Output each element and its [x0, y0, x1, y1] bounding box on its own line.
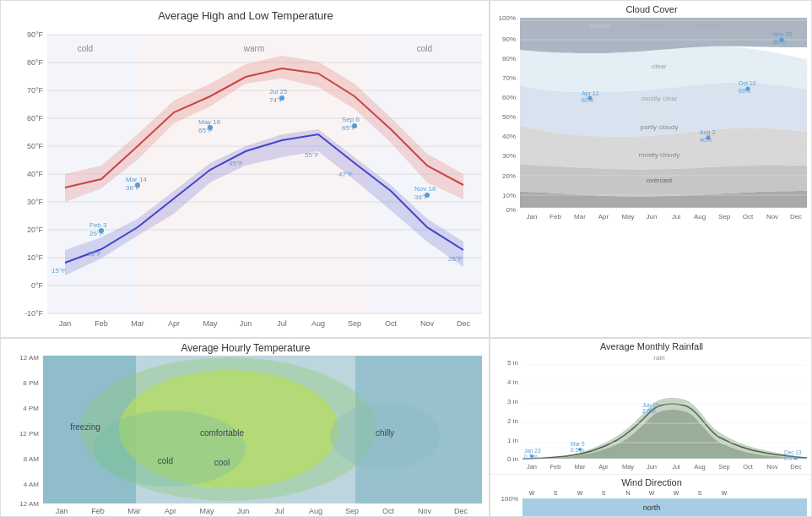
cool-label: cool — [214, 458, 230, 467]
svg-text:74°F: 74°F — [269, 96, 284, 104]
svg-text:0.5 in: 0.5 in — [571, 447, 584, 453]
cold-right-label: cold — [417, 44, 432, 53]
temp-title: Average High and Low Temperature — [158, 9, 333, 22]
svg-text:Feb: Feb — [549, 213, 561, 220]
svg-text:-10°F: -10°F — [24, 309, 44, 318]
svg-text:Feb: Feb — [91, 507, 105, 515]
svg-text:Jan 23: Jan 23 — [524, 448, 541, 454]
svg-text:Sep: Sep — [345, 507, 359, 515]
svg-text:Nov: Nov — [420, 319, 435, 328]
svg-text:mostly clear: mostly clear — [641, 95, 678, 102]
north-band — [522, 498, 807, 517]
svg-text:Jan: Jan — [527, 213, 538, 220]
cloud-chart-panel: Cloud Cover cloudier clearer cloudier cl… — [490, 0, 812, 338]
svg-text:12 AM: 12 AM — [19, 500, 39, 508]
svg-text:N: N — [625, 490, 630, 496]
svg-text:Apr 12: Apr 12 — [582, 90, 599, 97]
temperature-chart: Average High and Low Temperature cold wa… — [1, 1, 490, 338]
svg-text:Apr: Apr — [598, 213, 609, 220]
svg-text:8 AM: 8 AM — [24, 455, 40, 463]
svg-text:rain: rain — [653, 354, 664, 362]
svg-text:Oct: Oct — [385, 319, 398, 328]
svg-text:Jun: Jun — [647, 463, 657, 471]
rainfall-title: Average Monthly Rainfall — [600, 341, 703, 351]
svg-text:Sep: Sep — [718, 463, 729, 471]
svg-text:90%: 90% — [502, 35, 516, 43]
svg-text:Mar 14: Mar 14 — [126, 176, 147, 183]
svg-text:Oct: Oct — [382, 507, 395, 515]
svg-text:May 16: May 16 — [198, 118, 221, 126]
svg-text:0.5 in: 0.5 in — [784, 455, 798, 461]
svg-text:Feb 3: Feb 3 — [89, 221, 107, 229]
svg-text:2 in: 2 in — [507, 417, 518, 425]
svg-text:55°F: 55°F — [305, 151, 319, 159]
svg-text:80°F: 80°F — [27, 58, 44, 67]
svg-text:70%: 70% — [502, 74, 516, 82]
svg-text:30%: 30% — [502, 152, 516, 160]
svg-text:Apr: Apr — [598, 463, 609, 471]
svg-text:May: May — [199, 507, 214, 515]
svg-text:26°F: 26°F — [89, 230, 104, 237]
hourly-chart: Average Hourly Temperature freezing cold… — [1, 339, 490, 517]
svg-text:69%: 69% — [739, 88, 750, 94]
svg-text:S: S — [554, 490, 558, 496]
svg-text:45°F: 45°F — [229, 160, 243, 167]
svg-text:60°F: 60°F — [27, 114, 44, 122]
svg-text:Aug: Aug — [694, 213, 706, 220]
svg-text:50°F: 50°F — [27, 142, 44, 150]
svg-text:Apr: Apr — [168, 319, 180, 328]
svg-text:Jun: Jun — [240, 319, 252, 328]
svg-text:40%: 40% — [502, 133, 516, 140]
svg-text:8 PM: 8 PM — [23, 379, 39, 387]
svg-text:Aug 2: Aug 2 — [700, 129, 715, 136]
svg-text:W: W — [674, 490, 679, 496]
svg-text:Aug: Aug — [311, 319, 325, 328]
wind-chart: Wind Direction W S W S N W W S W — [490, 475, 812, 517]
main-grid: Average High and Low Temperature cold wa… — [0, 0, 812, 517]
svg-text:60%: 60% — [502, 94, 516, 101]
svg-text:Dec: Dec — [790, 463, 802, 471]
svg-text:50%: 50% — [502, 113, 516, 121]
svg-text:May: May — [622, 463, 634, 471]
rainfall-panel: Average Monthly Rainfall rain 5 in 4 in … — [490, 339, 811, 475]
svg-text:clearer: clearer — [590, 22, 611, 30]
svg-text:Jul: Jul — [672, 463, 680, 471]
svg-text:23°F: 23°F — [87, 250, 101, 258]
svg-text:30°F: 30°F — [27, 198, 44, 206]
svg-text:Jul: Jul — [672, 213, 680, 220]
svg-text:28°F: 28°F — [448, 255, 463, 263]
svg-text:3 in: 3 in — [507, 398, 518, 405]
svg-text:12 PM: 12 PM — [19, 430, 39, 438]
svg-text:12 AM: 12 AM — [19, 354, 39, 362]
north-label: north — [643, 503, 661, 512]
svg-text:W: W — [577, 490, 583, 496]
svg-text:Oct 10: Oct 10 — [739, 80, 756, 86]
svg-text:0°F: 0°F — [31, 281, 44, 290]
svg-text:40%: 40% — [700, 137, 712, 143]
wind-panel: Wind Direction W S W S N W W S W — [490, 475, 811, 517]
svg-text:Nov: Nov — [418, 507, 432, 515]
svg-text:Nov: Nov — [766, 463, 778, 471]
svg-text:Mar 5: Mar 5 — [571, 441, 585, 447]
svg-text:36°F: 36°F — [414, 193, 429, 201]
svg-text:80%: 80% — [773, 39, 785, 45]
svg-text:S: S — [602, 490, 606, 496]
svg-text:cloudier: cloudier — [698, 22, 722, 30]
svg-text:Jul 25: Jul 25 — [269, 88, 288, 95]
svg-text:Nov 29: Nov 29 — [773, 31, 792, 37]
svg-text:70°F: 70°F — [27, 86, 44, 95]
svg-text:Jul: Jul — [274, 507, 284, 515]
rain-wind-panel: Average Monthly Rainfall rain 5 in 4 in … — [490, 338, 812, 517]
svg-text:36°F: 36°F — [126, 184, 140, 192]
svg-text:0.3 in: 0.3 in — [524, 454, 538, 460]
svg-text:10°F: 10°F — [27, 253, 44, 262]
svg-text:80%: 80% — [502, 55, 516, 63]
svg-text:65°F: 65°F — [342, 124, 356, 132]
svg-text:10%: 10% — [502, 192, 516, 199]
svg-text:Mar: Mar — [574, 213, 586, 220]
svg-text:Dec 13: Dec 13 — [784, 449, 802, 455]
comfortable-label: comfortable — [200, 428, 245, 438]
svg-text:40°F: 40°F — [27, 170, 44, 178]
svg-text:W: W — [529, 490, 535, 496]
temperature-chart-panel: Average High and Low Temperature cold wa… — [0, 0, 490, 338]
